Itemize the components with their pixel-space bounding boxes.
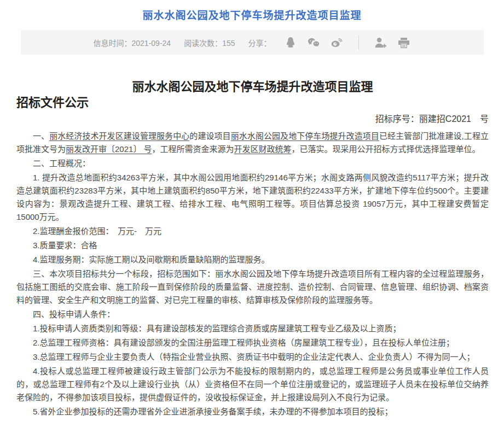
text-segment: 2.监理酬金报价范围： 万元- 万元 xyxy=(33,226,161,236)
underlined-text: 丽水经济技术开发区建设管理服务中心 xyxy=(49,131,189,141)
text-segment: 3.质量要求：合格 xyxy=(33,241,97,250)
paragraph: 1. 提升改造总地面积约34263平方米，其中水阁公园用地面积约29146平方米… xyxy=(16,171,489,224)
paragraph: 4.监理服务期：实际施工期以及间歇期和质量缺陷期的监理服务。 xyxy=(16,253,489,266)
print-icon[interactable] xyxy=(397,36,410,49)
share-icons xyxy=(284,36,343,49)
document-heading-line1: 丽水水阁公园及地下停车场提升改造项目监理 xyxy=(16,79,489,95)
weibo-icon[interactable] xyxy=(330,36,343,49)
document-paragraphs: 一、丽水经济技术开发区建设管理服务中心的建设项目丽水水阁公园及地下停车场提升改造… xyxy=(16,130,489,421)
text-segment: ，已落实。现采用公开招标方式择优选择监理单位。 xyxy=(292,144,480,154)
add-contact-icon[interactable] xyxy=(374,36,387,49)
paragraph: 3.总监理工程师与企业主要负责人（特指企业营业执照、资质证书中载明的企业法定代表… xyxy=(16,350,489,364)
tender-serial-number: 招标序号：丽建招C2021 号 xyxy=(16,113,489,126)
text-segment: 一、 xyxy=(33,131,49,141)
text-segment: 5.省外企业参加投标的还需办理省外企业进浙承接业务备案手续，未办理的不得参加本项… xyxy=(33,407,393,416)
paragraph: 2.总监理工程师资格：具有建设部颁发的全国注册监理工程师执业资格（房屋建筑工程专… xyxy=(16,336,489,349)
action-icons xyxy=(374,36,410,49)
tender-notice-page: 丽水水阁公园及地下停车场提升改造项目监理 信息时间：2021-09-24 阅读次… xyxy=(0,0,504,421)
wechat-icon[interactable] xyxy=(307,36,320,49)
text-segment: 2.总监理工程师资格：具有建设部颁发的全国注册监理工程师执业资格（房屋建筑工程专… xyxy=(33,338,454,347)
document-heading: 丽水水阁公园及地下停车场提升改造项目监理 招标文件公示 xyxy=(16,79,489,110)
paragraph: 3.质量要求：合格 xyxy=(16,239,489,252)
paragraph: 三、本次项目招标共分一个标段，招标范围如下：丽水水阁公园及地下停车场提升改造项目… xyxy=(16,267,489,307)
info-bar: 信息时间：2021-09-24 阅读次数：155 分享： xyxy=(21,30,484,55)
text-segment: 1.投标申请人资质类别和等级：具有建设部核发的监理综合资质或房屋建筑工程专业乙级… xyxy=(33,324,401,333)
text-segment: 三、本次项目招标共分一个标段，招标范围如下：丽水水阁公园及地下停车场提升改造项目… xyxy=(16,269,489,305)
info-time: 信息时间：2021-09-24 xyxy=(94,37,171,48)
text-segment: 4.投标人或总监理工程师被建设行政主管部门公示为不能投标的限制期内的，或总监理工… xyxy=(16,366,489,402)
document-content: 丽水水阁公园及地下停车场提升改造项目监理 招标文件公示 招标序号：丽建招C202… xyxy=(0,79,504,421)
text-segment: ，工程所需资金来源为 xyxy=(152,144,234,154)
text-segment: 4.监理服务期：实际施工期以及间歇期和质量缺陷期的监理服务。 xyxy=(33,255,270,264)
text-segment: 四、投标申请人条件： xyxy=(33,309,115,319)
paragraph: 1.投标申请人资质类别和等级：具有建设部核发的监理综合资质或房屋建筑工程专业乙级… xyxy=(16,322,489,335)
qq-icon[interactable] xyxy=(284,36,297,49)
underlined-text: 丽水水阁公园及地下停车场提升改造项目 xyxy=(231,131,379,141)
page-title: 丽水水阁公园及地下停车场提升改造项目监理 xyxy=(0,0,504,23)
text-segment: 1. 提升改造总地面积约34263平方米，其中水阁公园用地面积约29146平方米… xyxy=(16,173,489,221)
paragraph: 二、工程概况： xyxy=(16,157,489,170)
share-divider xyxy=(358,36,359,50)
read-count: 阅读次数：155 xyxy=(184,37,235,48)
underlined-text: 开发区财政统筹 xyxy=(234,144,292,154)
paragraph: 四、投标申请人条件： xyxy=(16,308,489,321)
text-segment: 的建设项目 xyxy=(189,131,230,141)
paragraph: 一、丽水经济技术开发区建设管理服务中心的建设项目丽水水阁公园及地下停车场提升改造… xyxy=(16,130,489,156)
paragraph: 2.监理酬金报价范围： 万元- 万元 xyxy=(16,225,489,238)
document-heading-line2: 招标文件公示 xyxy=(16,95,489,110)
share-label: 分享： xyxy=(248,37,271,48)
paragraph: 5.省外企业参加投标的还需办理省外企业进浙承接业务备案手续，未办理的不得参加本项… xyxy=(16,405,489,418)
text-segment: 二、工程概况： xyxy=(33,159,90,168)
paragraph: 4.投标人或总监理工程师被建设行政主管部门公示为不能投标的限制期内的，或总监理工… xyxy=(16,365,489,404)
text-segment: 3.总监理工程师与企业主要负责人（特指企业营业执照、资质证书中载明的企业法定代表… xyxy=(33,352,475,361)
underlined-text: 丽发改开审〔2021〕 号 xyxy=(66,144,152,154)
